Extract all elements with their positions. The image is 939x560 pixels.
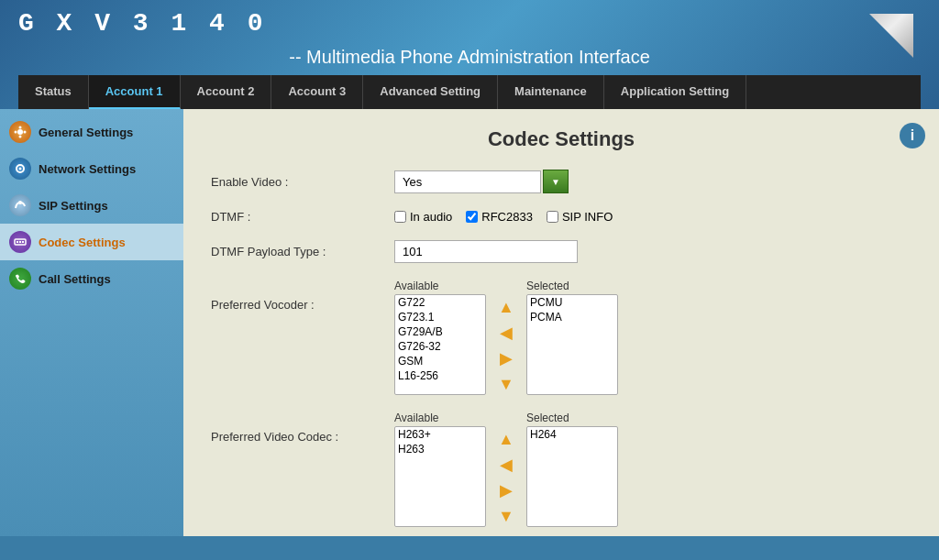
vocoder-move-up-btn[interactable] [493,296,519,318]
dtmf-rfc2833-item[interactable]: RFC2833 [466,210,533,224]
enable-video-dropdown-btn[interactable] [543,170,569,193]
tab-advanced[interactable]: Advanced Setting [363,75,498,109]
network-settings-icon [9,158,31,180]
preferred-video-codec-control: Available H263+ H263 Selected [394,412,618,527]
vocoder-available-title: Available [394,280,486,292]
vocoder-option-g729[interactable]: G729A/B [395,324,485,339]
svg-point-3 [15,131,17,134]
enable-video-row: Enable Video : [211,170,911,193]
vocoder-move-left-btn[interactable] [493,322,519,344]
svg-point-2 [19,136,22,138]
preferred-video-codec-row: Preferred Video Codec : Available H263+ … [211,412,911,527]
sidebar-label-codec: Codec Settings [39,236,126,249]
video-available-title: Available [394,412,486,424]
dtmf-in-audio-checkbox[interactable] [394,211,406,223]
vocoder-move-right-btn[interactable] [493,347,519,369]
vocoder-available-list[interactable]: G722 G723.1 G729A/B G726-32 GSM L16-256 [394,294,486,395]
enable-video-label: Enable Video : [211,175,394,189]
app-subtitle: -- Multimedia Phone Administration Inter… [18,38,921,68]
sidebar-label-sip: SIP Settings [39,199,108,213]
svg-point-4 [24,131,27,134]
tab-account1[interactable]: Account 1 [89,75,181,109]
sidebar-label-general: General Settings [39,126,133,139]
info-icon[interactable]: i [900,123,925,148]
preferred-vocoder-control: Available G722 G723.1 G729A/B G726-32 GS… [394,280,618,395]
tab-application[interactable]: Application Setting [604,75,746,109]
general-settings-icon [9,121,31,143]
video-arrow-btns [493,428,519,527]
vocoder-option-gsm[interactable]: GSM [395,354,485,368]
sidebar-item-sip[interactable]: SIP Settings [0,187,183,224]
dtmf-payload-row: DTMF Payload Type : [211,240,911,263]
tab-account3[interactable]: Account 3 [271,75,363,109]
vocoder-arrow-btns [493,296,519,395]
sidebar-item-network[interactable]: Network Settings [0,150,183,187]
tab-status[interactable]: Status [18,75,89,109]
svg-point-1 [19,126,22,129]
video-available-wrap: Available H263+ H263 [394,412,486,527]
video-move-down-btn[interactable] [493,505,519,527]
svg-point-0 [17,129,23,135]
dtmf-sip-info-checkbox[interactable] [547,211,558,223]
sidebar-label-network: Network Settings [39,162,136,176]
main-content: i Codec Settings Enable Video : DTMF : [183,109,939,536]
vocoder-selected-pcmu[interactable]: PCMU [527,295,617,310]
dtmf-row: DTMF : In audio RFC2833 SIP INFO [211,210,911,224]
vocoder-option-l16[interactable]: L16-256 [395,368,485,383]
dtmf-control: In audio RFC2833 SIP INFO [394,210,613,224]
video-selected-list[interactable]: H264 [526,426,618,527]
dtmf-payload-control [394,240,578,263]
tab-maintenance[interactable]: Maintenance [498,75,604,109]
tab-account2[interactable]: Account 2 [181,75,272,109]
vocoder-option-g726[interactable]: G726-32 [395,339,485,354]
video-option-h263[interactable]: H263 [395,442,485,456]
vocoder-selected-pcma[interactable]: PCMA [527,310,617,324]
video-move-up-btn[interactable] [493,428,519,450]
call-settings-icon [9,268,31,290]
video-selected-h264[interactable]: H264 [527,427,617,442]
dtmf-sip-info-label: SIP INFO [562,210,613,224]
enable-video-input[interactable] [394,170,541,193]
svg-rect-9 [17,241,18,243]
dtmf-payload-input[interactable] [394,240,578,263]
dtmf-rfc2833-label: RFC2833 [481,210,533,224]
video-option-h263plus[interactable]: H263+ [395,427,485,442]
corner-logo [869,14,913,58]
svg-rect-11 [22,241,24,243]
codec-settings-icon [9,231,31,253]
sidebar-item-call[interactable]: Call Settings [0,260,183,297]
enable-video-control [394,170,569,193]
video-available-list[interactable]: H263+ H263 [394,426,486,527]
dtmf-in-audio-label: In audio [410,210,452,224]
vocoder-available-wrap: Available G722 G723.1 G729A/B G726-32 GS… [394,280,486,395]
svg-rect-10 [19,241,21,243]
vocoder-move-down-btn[interactable] [493,373,519,395]
sidebar: General Settings Network Settings SIP Se… [0,109,183,536]
video-move-left-btn[interactable] [493,454,519,476]
video-selected-title: Selected [526,412,618,424]
dtmf-in-audio-item[interactable]: In audio [394,210,452,224]
dtmf-label: DTMF : [211,210,394,224]
preferred-vocoder-row: Preferred Vocoder : Available G722 G723.… [211,280,911,395]
preferred-vocoder-label: Preferred Vocoder : [211,280,394,312]
preferred-video-codec-label: Preferred Video Codec : [211,412,394,444]
enable-video-select-box [394,170,569,193]
video-selected-wrap: Selected H264 [526,412,618,527]
vocoder-selected-title: Selected [526,280,618,292]
sidebar-label-call: Call Settings [39,272,111,286]
vocoder-selected-wrap: Selected PCMU PCMA [526,280,618,395]
vocoder-option-g722[interactable]: G722 [395,295,485,310]
vocoder-selected-list[interactable]: PCMU PCMA [526,294,618,395]
dtmf-payload-label: DTMF Payload Type : [211,245,394,258]
svg-point-7 [18,201,22,204]
app-title: G X V 3 1 4 0 [18,9,921,38]
vocoder-option-g7231[interactable]: G723.1 [395,310,485,324]
sip-settings-icon [9,194,31,216]
page-title: Codec Settings [211,127,911,151]
video-move-right-btn[interactable] [493,479,519,501]
sidebar-item-general[interactable]: General Settings [0,114,183,150]
nav-tabs: Status Account 1 Account 2 Account 3 Adv… [18,75,921,109]
sidebar-item-codec[interactable]: Codec Settings [0,224,183,260]
dtmf-sip-info-item[interactable]: SIP INFO [547,210,613,224]
dtmf-rfc2833-checkbox[interactable] [466,211,478,223]
